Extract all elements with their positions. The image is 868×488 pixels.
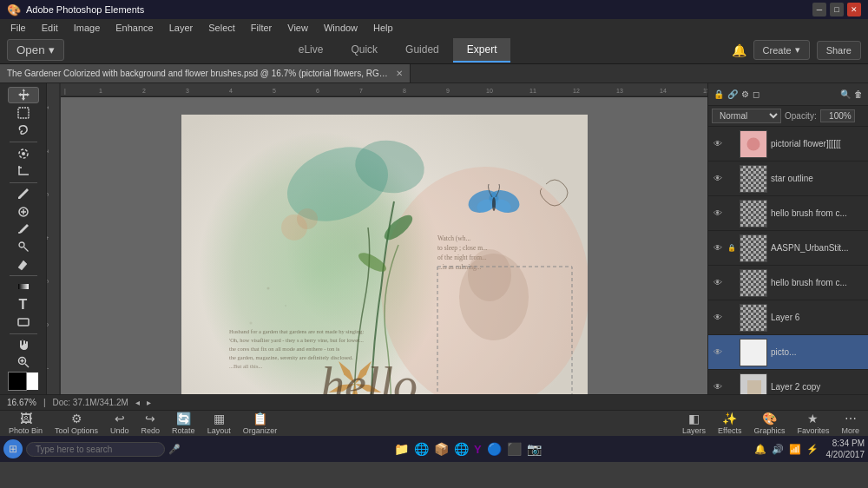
layer-visibility-toggle[interactable]: 👁	[712, 174, 724, 183]
menu-enhance[interactable]: Enhance	[108, 21, 160, 35]
tray-icon-2[interactable]: 🔊	[772, 444, 784, 455]
taskbar-app1-icon[interactable]: 🔵	[487, 442, 502, 456]
tool-quick-select[interactable]	[8, 146, 39, 162]
search-input[interactable]	[26, 442, 165, 457]
organizer-button[interactable]: 📋 Organizer	[238, 410, 283, 437]
tray-icon-4[interactable]: ⚡	[806, 444, 819, 455]
maximize-btn[interactable]: □	[830, 3, 844, 16]
layer-item[interactable]: 👁 pictorial flower][[[[[	[708, 127, 868, 162]
menu-file[interactable]: File	[3, 21, 33, 35]
tool-options-button[interactable]: ⚙ Tool Options	[49, 410, 103, 437]
layers-clipping-icon[interactable]: ◻	[753, 89, 760, 99]
rotate-label: Rotate	[172, 426, 195, 435]
status-nav-right[interactable]: ▸	[147, 398, 151, 407]
rotate-button[interactable]: 🔄 Rotate	[167, 410, 201, 437]
layer-visibility-toggle[interactable]: 👁	[712, 278, 724, 287]
layer-visibility-toggle[interactable]: 👁	[712, 347, 724, 357]
tab-expert[interactable]: Expert	[453, 38, 511, 63]
tool-move[interactable]	[8, 87, 39, 103]
layer-visibility-toggle[interactable]: 👁	[712, 208, 724, 218]
photo-bin-button[interactable]: 🖼 Photo Bin	[3, 410, 48, 437]
tool-brush[interactable]	[8, 221, 39, 237]
taskbar-dropbox-icon[interactable]: 📦	[434, 442, 449, 456]
layer-visibility-toggle[interactable]: 👁	[712, 139, 724, 148]
tab-quick[interactable]: Quick	[337, 38, 391, 63]
menu-select[interactable]: Select	[201, 21, 242, 35]
menu-window[interactable]: Window	[317, 21, 365, 35]
tool-text[interactable]: T	[8, 296, 39, 312]
status-nav-left[interactable]: ◂	[135, 398, 140, 407]
system-clock[interactable]: 8:34 PM 4/20/2017	[825, 438, 865, 460]
notification-bell-icon[interactable]: 🔔	[732, 43, 746, 57]
menu-help[interactable]: Help	[366, 21, 400, 35]
close-btn[interactable]: ✕	[847, 3, 861, 16]
tray-icon-3[interactable]: 📶	[789, 444, 801, 455]
redo-button[interactable]: ↪ Redo	[136, 410, 166, 437]
tool-spot-heal[interactable]	[8, 203, 39, 219]
open-button[interactable]: Open ▾	[7, 39, 64, 61]
tool-eyedropper[interactable]	[8, 186, 39, 201]
layer-visibility-toggle[interactable]: 👁	[712, 313, 724, 322]
taskbar-app2-icon[interactable]: ⬛	[507, 442, 522, 456]
taskbar-chrome-icon[interactable]: 🌐	[454, 442, 469, 456]
color-swatches[interactable]	[8, 372, 39, 391]
svg-text:'Oh, how visaflier yard - they: 'Oh, how visaflier yard - they s a berry…	[229, 337, 364, 343]
blend-mode-select[interactable]: Normal Multiply Screen Overlay	[712, 109, 781, 123]
doc-tab-main[interactable]: The Gardener Colorized with background a…	[0, 64, 411, 82]
layer-item[interactable]: 👁 hello brush from c...	[708, 196, 868, 231]
tool-gradient[interactable]	[8, 279, 39, 294]
layout-button[interactable]: ▦ Layout	[202, 410, 236, 437]
canvas-container[interactable]: hello Watch (wh... to sleep ; close m...…	[61, 97, 707, 394]
layers-search-icon[interactable]: 🔍	[840, 89, 851, 99]
start-button[interactable]: ⊞	[3, 439, 23, 458]
title-controls[interactable]: ─ □ ✕	[812, 3, 861, 16]
layers-delete-icon[interactable]: 🗑	[854, 89, 863, 99]
tool-zoom[interactable]	[8, 354, 39, 370]
layers-create-icon[interactable]: 🔒	[713, 89, 724, 99]
share-button[interactable]: Share	[817, 41, 861, 60]
taskbar-file-icon[interactable]: 📁	[394, 442, 409, 456]
taskbar-photo-icon[interactable]: 📷	[527, 442, 542, 456]
layer-item[interactable]: 👁 Layer 2 copy	[708, 370, 868, 394]
tool-marquee[interactable]	[8, 105, 39, 121]
tool-clone[interactable]	[8, 239, 39, 254]
layer-item[interactable]: 👁 picto...	[708, 335, 868, 370]
tool-hand[interactable]	[8, 337, 39, 353]
layer-item[interactable]: 👁 🔒 AASPN_UrbanStit...	[708, 231, 868, 266]
layer-visibility-toggle[interactable]: 👁	[712, 243, 724, 253]
menu-layer[interactable]: Layer	[162, 21, 201, 35]
minimize-btn[interactable]: ─	[812, 3, 826, 16]
create-button[interactable]: Create ▾	[753, 40, 810, 60]
tab-elive[interactable]: eLive	[285, 38, 338, 63]
tray-icon-1[interactable]: 🔔	[754, 444, 766, 455]
tool-shape[interactable]	[8, 314, 39, 330]
menu-view[interactable]: View	[280, 21, 315, 35]
doc-tab-close[interactable]: ✕	[396, 69, 403, 78]
layer-item[interactable]: 👁 star outline	[708, 162, 868, 196]
tool-eraser[interactable]	[8, 256, 39, 272]
taskbar-yahoo-icon[interactable]: Y	[474, 443, 482, 456]
layer-item[interactable]: 👁 hello brush from c...	[708, 266, 868, 300]
opacity-input[interactable]	[820, 109, 855, 122]
effects-button[interactable]: ✨ Effects	[713, 410, 746, 437]
menu-edit[interactable]: Edit	[35, 21, 65, 35]
undo-button[interactable]: ↩ Undo	[105, 410, 135, 437]
layers-link-icon[interactable]: 🔗	[727, 89, 738, 99]
taskbar-edge-icon[interactable]: 🌐	[414, 442, 429, 456]
layers-panel-btn[interactable]: ◧ Layers	[677, 410, 711, 437]
menu-filter[interactable]: Filter	[244, 21, 279, 35]
foreground-color[interactable]	[8, 372, 27, 391]
menu-image[interactable]: Image	[67, 21, 108, 35]
more-button[interactable]: ⋯ More	[836, 410, 865, 437]
favorites-button[interactable]: ★ Favorites	[792, 410, 834, 437]
tool-lasso[interactable]	[8, 122, 39, 138]
svg-text:3: 3	[47, 193, 49, 196]
tab-guided[interactable]: Guided	[391, 38, 453, 63]
tool-crop[interactable]	[8, 163, 39, 179]
layer-item[interactable]: 👁 Layer 6	[708, 300, 868, 335]
layers-lock-icon[interactable]: ⚙	[741, 89, 749, 99]
svg-text:12: 12	[573, 88, 580, 94]
win-taskbar: ⊞ 🎤 📁 🌐 📦 🌐 Y 🔵 ⬛ 📷 🔔 🔊 📶 ⚡ 8:34 PM 4/20…	[0, 436, 868, 462]
graphics-button[interactable]: 🎨 Graphics	[748, 410, 790, 437]
layer-visibility-toggle[interactable]: 👁	[712, 382, 724, 392]
